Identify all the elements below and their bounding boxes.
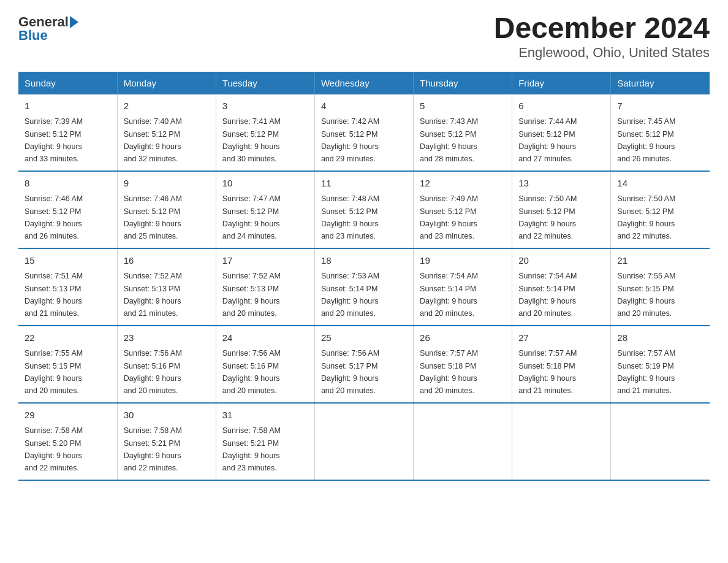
col-thursday: Thursday (414, 72, 512, 94)
day-info: Sunrise: 7:55 AMSunset: 5:15 PMDaylight:… (617, 272, 675, 318)
day-number: 6 (518, 99, 604, 113)
day-info: Sunrise: 7:49 AMSunset: 5:12 PMDaylight:… (420, 194, 478, 240)
day-number: 3 (222, 99, 308, 113)
day-number: 9 (124, 177, 210, 191)
page-header: General Blue December 2024 Englewood, Oh… (18, 12, 710, 61)
day-info: Sunrise: 7:56 AMSunset: 5:16 PMDaylight:… (124, 349, 182, 395)
day-info: Sunrise: 7:50 AMSunset: 5:12 PMDaylight:… (617, 194, 675, 240)
logo-blue: Blue (18, 28, 48, 43)
day-info: Sunrise: 7:54 AMSunset: 5:14 PMDaylight:… (518, 272, 577, 318)
table-row: 26Sunrise: 7:57 AMSunset: 5:18 PMDayligh… (414, 326, 512, 403)
day-number: 24 (222, 331, 308, 345)
day-number: 12 (420, 177, 506, 191)
col-monday: Monday (117, 72, 216, 94)
col-sunday: Sunday (18, 72, 117, 94)
table-row: 10Sunrise: 7:47 AMSunset: 5:12 PMDayligh… (216, 171, 314, 248)
day-info: Sunrise: 7:57 AMSunset: 5:18 PMDaylight:… (518, 349, 577, 395)
day-number: 26 (420, 331, 506, 345)
day-number: 8 (25, 177, 111, 191)
table-row (414, 403, 512, 480)
table-row: 31Sunrise: 7:58 AMSunset: 5:21 PMDayligh… (216, 403, 314, 480)
table-row: 28Sunrise: 7:57 AMSunset: 5:19 PMDayligh… (611, 326, 710, 403)
table-row: 15Sunrise: 7:51 AMSunset: 5:13 PMDayligh… (18, 248, 117, 326)
day-info: Sunrise: 7:56 AMSunset: 5:17 PMDaylight:… (321, 349, 379, 395)
table-row: 21Sunrise: 7:55 AMSunset: 5:15 PMDayligh… (611, 248, 710, 326)
table-row: 11Sunrise: 7:48 AMSunset: 5:12 PMDayligh… (314, 171, 413, 248)
day-number: 16 (124, 254, 210, 268)
table-row: 20Sunrise: 7:54 AMSunset: 5:14 PMDayligh… (512, 248, 611, 326)
day-info: Sunrise: 7:58 AMSunset: 5:20 PMDaylight:… (25, 426, 83, 472)
day-number: 25 (321, 331, 407, 345)
table-row: 13Sunrise: 7:50 AMSunset: 5:12 PMDayligh… (512, 171, 611, 248)
day-number: 11 (321, 177, 407, 191)
table-row: 3Sunrise: 7:41 AMSunset: 5:12 PMDaylight… (216, 94, 314, 171)
table-row (314, 403, 413, 480)
title-block: December 2024 Englewood, Ohio, United St… (494, 12, 710, 61)
calendar-week-row: 29Sunrise: 7:58 AMSunset: 5:20 PMDayligh… (18, 403, 710, 480)
day-info: Sunrise: 7:40 AMSunset: 5:12 PMDaylight:… (124, 117, 182, 163)
table-row: 4Sunrise: 7:42 AMSunset: 5:12 PMDaylight… (314, 94, 413, 171)
table-row: 18Sunrise: 7:53 AMSunset: 5:14 PMDayligh… (314, 248, 413, 326)
table-row: 12Sunrise: 7:49 AMSunset: 5:12 PMDayligh… (414, 171, 512, 248)
day-info: Sunrise: 7:45 AMSunset: 5:12 PMDaylight:… (617, 117, 675, 163)
calendar-week-row: 1Sunrise: 7:39 AMSunset: 5:12 PMDaylight… (18, 94, 710, 171)
day-number: 14 (617, 177, 703, 191)
day-number: 2 (124, 99, 210, 113)
day-number: 5 (420, 99, 506, 113)
day-info: Sunrise: 7:58 AMSunset: 5:21 PMDaylight:… (124, 426, 182, 472)
day-info: Sunrise: 7:46 AMSunset: 5:12 PMDaylight:… (25, 194, 83, 240)
day-number: 17 (222, 254, 308, 268)
table-row: 24Sunrise: 7:56 AMSunset: 5:16 PMDayligh… (216, 326, 314, 403)
table-row (611, 403, 710, 480)
day-number: 29 (25, 408, 111, 423)
day-number: 15 (25, 254, 111, 268)
table-row: 27Sunrise: 7:57 AMSunset: 5:18 PMDayligh… (512, 326, 611, 403)
table-row: 8Sunrise: 7:46 AMSunset: 5:12 PMDaylight… (18, 171, 117, 248)
col-friday: Friday (512, 72, 611, 94)
logo-arrow-icon (70, 16, 78, 28)
day-info: Sunrise: 7:56 AMSunset: 5:16 PMDaylight:… (222, 349, 281, 395)
day-number: 1 (25, 99, 111, 113)
day-number: 13 (518, 177, 604, 191)
col-tuesday: Tuesday (216, 72, 314, 94)
day-info: Sunrise: 7:51 AMSunset: 5:13 PMDaylight:… (25, 272, 83, 318)
day-info: Sunrise: 7:53 AMSunset: 5:14 PMDaylight:… (321, 272, 379, 318)
table-row: 2Sunrise: 7:40 AMSunset: 5:12 PMDaylight… (117, 94, 216, 171)
logo: General Blue (18, 12, 78, 42)
col-wednesday: Wednesday (314, 72, 413, 94)
day-number: 19 (420, 254, 506, 268)
day-info: Sunrise: 7:48 AMSunset: 5:12 PMDaylight:… (321, 194, 379, 240)
day-number: 7 (617, 99, 703, 113)
day-number: 27 (518, 331, 604, 345)
calendar-week-row: 8Sunrise: 7:46 AMSunset: 5:12 PMDaylight… (18, 171, 710, 248)
table-row: 17Sunrise: 7:52 AMSunset: 5:13 PMDayligh… (216, 248, 314, 326)
day-number: 10 (222, 177, 308, 191)
day-info: Sunrise: 7:57 AMSunset: 5:19 PMDaylight:… (617, 349, 675, 395)
table-row: 22Sunrise: 7:55 AMSunset: 5:15 PMDayligh… (18, 326, 117, 403)
table-row: 29Sunrise: 7:58 AMSunset: 5:20 PMDayligh… (18, 403, 117, 480)
day-number: 23 (124, 331, 210, 345)
table-row: 30Sunrise: 7:58 AMSunset: 5:21 PMDayligh… (117, 403, 216, 480)
calendar-week-row: 15Sunrise: 7:51 AMSunset: 5:13 PMDayligh… (18, 248, 710, 326)
day-number: 30 (124, 408, 210, 423)
day-number: 20 (518, 254, 604, 268)
calendar-header-row: Sunday Monday Tuesday Wednesday Thursday… (18, 72, 710, 94)
day-info: Sunrise: 7:57 AMSunset: 5:18 PMDaylight:… (420, 349, 478, 395)
day-info: Sunrise: 7:47 AMSunset: 5:12 PMDaylight:… (222, 194, 281, 240)
day-number: 31 (222, 408, 308, 423)
day-info: Sunrise: 7:41 AMSunset: 5:12 PMDaylight:… (222, 117, 281, 163)
table-row: 23Sunrise: 7:56 AMSunset: 5:16 PMDayligh… (117, 326, 216, 403)
day-info: Sunrise: 7:54 AMSunset: 5:14 PMDaylight:… (420, 272, 478, 318)
table-row: 9Sunrise: 7:46 AMSunset: 5:12 PMDaylight… (117, 171, 216, 248)
day-info: Sunrise: 7:43 AMSunset: 5:12 PMDaylight:… (420, 117, 478, 163)
day-info: Sunrise: 7:58 AMSunset: 5:21 PMDaylight:… (222, 426, 281, 472)
calendar-table: Sunday Monday Tuesday Wednesday Thursday… (18, 72, 710, 481)
day-info: Sunrise: 7:44 AMSunset: 5:12 PMDaylight:… (518, 117, 577, 163)
table-row: 19Sunrise: 7:54 AMSunset: 5:14 PMDayligh… (414, 248, 512, 326)
table-row: 16Sunrise: 7:52 AMSunset: 5:13 PMDayligh… (117, 248, 216, 326)
day-number: 18 (321, 254, 407, 268)
day-info: Sunrise: 7:46 AMSunset: 5:12 PMDaylight:… (124, 194, 182, 240)
table-row: 14Sunrise: 7:50 AMSunset: 5:12 PMDayligh… (611, 171, 710, 248)
table-row (512, 403, 611, 480)
calendar-subtitle: Englewood, Ohio, United States (494, 45, 710, 61)
